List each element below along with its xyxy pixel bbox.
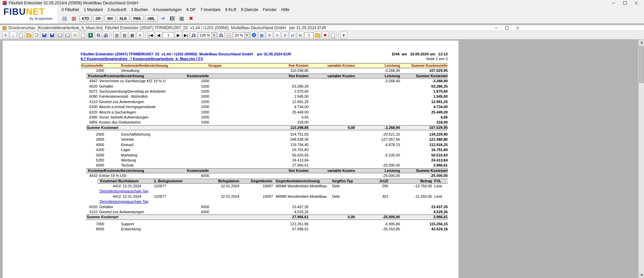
menu-item-6[interactable]: 7 Inventare xyxy=(198,6,223,13)
accounts-icon[interactable]: ▤ xyxy=(61,14,69,22)
flow-next-icon[interactable]: ⇆ xyxy=(297,32,304,39)
print-icon[interactable] xyxy=(56,32,63,39)
kostenstelle-row[interactable]: 5200Werbung24.413,8424.413,84 xyxy=(81,158,448,163)
last-page-icon[interactable]: ▶| xyxy=(183,32,190,39)
menu-item-8[interactable]: 9 Dienste xyxy=(239,6,260,13)
save-as-icon[interactable] xyxy=(48,32,55,39)
menu-item-9[interactable]: Fenster xyxy=(260,6,279,13)
scroll-up-icon[interactable] xyxy=(639,40,644,45)
maximize-icon[interactable] xyxy=(619,0,631,6)
scale-select[interactable]: 20 %▾ xyxy=(233,32,250,38)
menu-item-4[interactable]: 4 Auswertungen xyxy=(151,6,184,13)
exit-icon[interactable]: ✖ xyxy=(187,14,195,22)
page-width-icon[interactable]: ▤ xyxy=(121,32,128,39)
preview-maximize-icon[interactable] xyxy=(501,25,512,31)
vertical-scrollbar[interactable] xyxy=(638,40,644,278)
two-pages-icon[interactable]: ▦ xyxy=(129,32,136,39)
kostenstelle-row[interactable]: 7000Support122.251,95-6.995,80115.256,15 xyxy=(81,222,448,227)
zoom-out-icon[interactable]: − xyxy=(217,32,225,39)
scroll-down-icon[interactable] xyxy=(639,272,644,278)
zoom-in-icon[interactable]: + xyxy=(190,32,197,39)
kostenstelle-row[interactable]: 1000Verwaltung110.298,85-3.268,90107.029… xyxy=(81,68,448,73)
kostenart-row[interactable]: 4410Erlöse 19 % USt6000-25.000,00-25.000… xyxy=(86,173,448,178)
cell: Entwicklung xyxy=(121,227,141,232)
kostenart-row[interactable]: 6200Abschr.a.immat.Vermgegenstände10004.… xyxy=(86,104,448,109)
close-icon[interactable] xyxy=(631,0,642,6)
menu-item-2[interactable]: 2 Auskunft xyxy=(105,6,129,13)
inv-button[interactable]: INV xyxy=(105,15,116,22)
preview-minimize-icon[interactable] xyxy=(491,25,501,31)
excel-export-icon[interactable]: X xyxy=(87,32,94,39)
toolbar-overflow-icon[interactable]: ▾ xyxy=(340,32,347,39)
print-setup-icon[interactable] xyxy=(64,32,71,39)
kto-button[interactable]: KTO xyxy=(79,15,92,22)
menu-item-1[interactable]: 1 Mandant xyxy=(81,6,105,13)
kostenart-row[interactable]: 4947Verrechnete so.Sachbezüge KfZ 19 % U… xyxy=(86,79,448,84)
uml-button[interactable]: UML xyxy=(145,15,158,22)
buchung-row[interactable]: 441012.01.202410287712.01.202410097MINMI… xyxy=(97,184,448,189)
menu-item-7[interactable]: 8 KLR xyxy=(223,6,239,13)
barcode-icon[interactable] xyxy=(168,14,176,22)
kostenart-row[interactable]: 6855Kosten des Geldverkehrs1000318,00318… xyxy=(86,120,448,125)
kostenart-row[interactable]: 6020Gehälter100063.286,3563.286,35 xyxy=(86,84,448,89)
next-page-icon[interactable]: ▶ xyxy=(175,32,182,39)
copy-icon[interactable]: ❐ xyxy=(33,32,40,39)
save-icon[interactable] xyxy=(41,32,48,39)
cancel-icon[interactable]: ✖ xyxy=(322,32,329,39)
kostenart-row[interactable]: 6220Abschr.a.Sachanlagen100025.449,0025.… xyxy=(86,110,448,115)
klr-button[interactable]: KLR xyxy=(117,15,129,22)
minimize-icon[interactable] xyxy=(608,0,619,6)
search-percent-icon[interactable]: % xyxy=(103,32,110,39)
first-page-icon[interactable]: |◀ xyxy=(147,32,154,39)
copies-input[interactable]: 1 xyxy=(305,32,313,38)
menu-item-5[interactable]: 6 OP xyxy=(184,6,198,13)
pan-icon[interactable]: ✛ xyxy=(2,32,9,39)
menu-item-3[interactable]: 3 Buchen xyxy=(129,6,151,13)
menu-item-0[interactable]: 0 FibuNet xyxy=(59,6,81,13)
open-folder-icon[interactable] xyxy=(25,32,32,39)
scrollbar-thumb[interactable] xyxy=(639,46,644,83)
kostenart-row[interactable]: 6020Gehälter600023.437,3523.437,35 xyxy=(86,204,448,210)
table-icon[interactable]: ▦ xyxy=(258,32,265,39)
info-icon[interactable]: i xyxy=(250,32,257,39)
page-export-icon[interactable] xyxy=(79,32,86,39)
kostenstelle-row[interactable]: 4000Einkauf119.794,40-6.878,15112.916,25 xyxy=(81,142,448,147)
email-icon[interactable]: ✉ xyxy=(72,32,79,39)
export-icon[interactable]: ➔ xyxy=(159,14,167,22)
kostenart-row[interactable]: 6300Sonst. betriebl.Aufwendungen10004,65… xyxy=(86,115,448,120)
zoom-select[interactable]: 126 %▾ xyxy=(198,32,217,38)
tree-expand-icon[interactable]: ≡ xyxy=(274,32,281,39)
kostenstelle-row[interactable]: 5000Marketing55.620,65-5.105,0550.515,60 xyxy=(81,153,448,158)
page-number-input[interactable]: 1 xyxy=(163,32,174,38)
preview-close-icon[interactable] xyxy=(512,25,523,31)
op-button[interactable]: OP xyxy=(93,15,103,22)
kostenart-row[interactable]: 6072Sachzuwendung/Dienstlstg.an Arbeitne… xyxy=(86,89,448,94)
kostenart-row[interactable]: 6110Gesetzl.soz.Aufwendungen60004.529,26… xyxy=(86,210,448,215)
search-icon[interactable] xyxy=(95,32,102,39)
kostenart-row[interactable]: 6110Gesetzl.soz.Aufwendungen100012.991,2… xyxy=(86,99,448,104)
kostenstelle-row[interactable]: 6000Technik27.966,61-25.000,002.966,61 xyxy=(81,163,448,168)
scale-page-icon[interactable]: % xyxy=(225,32,232,39)
calculator-icon[interactable]: ▦ xyxy=(178,14,186,22)
calendar-icon[interactable]: ▦ xyxy=(70,14,78,22)
back-page-icon[interactable]: ← xyxy=(10,32,17,39)
new-page-icon[interactable] xyxy=(17,32,25,39)
whole-page-icon[interactable]: ▥ xyxy=(113,32,120,39)
tree-levels-icon[interactable]: ≡ xyxy=(281,32,288,39)
chevron-down-icon[interactable]: ▾ xyxy=(211,33,216,38)
flow-prev-icon[interactable]: ⇄ xyxy=(289,32,296,39)
chevron-down-icon[interactable]: ▾ xyxy=(244,33,249,38)
report-info-icon[interactable] xyxy=(329,32,336,39)
text-view-icon[interactable]: ≡ xyxy=(136,32,144,39)
kostenart-row[interactable]: 6090Fahrkostenerstatt. -Wohn/Arb10001.54… xyxy=(86,94,448,99)
pma-button[interactable]: PMA xyxy=(131,15,144,22)
tree-collapse-icon[interactable]: ≡ xyxy=(266,32,273,39)
kostenstelle-row[interactable]: 2000Geschäftsführung154.751,05-20.521,15… xyxy=(81,132,448,137)
kostenstelle-row[interactable]: 4200Lager16.791,8016.791,80 xyxy=(81,147,448,152)
buchung-row[interactable]: 441012.01.202410287712.01.202410097MINMI… xyxy=(97,194,448,199)
kostenstelle-row[interactable]: 8000Entwicklung67.688,01-25.163,8542.524… xyxy=(81,227,448,232)
copies-folder-icon[interactable] xyxy=(314,32,321,39)
kostenstelle-row[interactable]: 3000Vertrieb248.538,36-127.057,56121.480… xyxy=(81,137,448,142)
prev-page-icon[interactable]: ◀ xyxy=(155,32,162,39)
menu-item-10[interactable]: Hilfe xyxy=(279,6,292,13)
